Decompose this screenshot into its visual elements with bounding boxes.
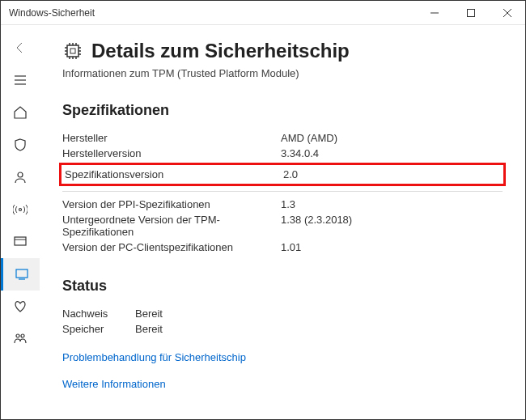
sidebar-home[interactable] [1,96,40,129]
sidebar-device-security[interactable] [1,258,40,291]
minimize-button[interactable] [416,1,452,25]
page-title: Details zum Sicherheitschip [91,40,350,62]
spec-row: Version der PC-Clientspezifikationen1.01 [62,240,503,255]
sidebar-firewall[interactable] [1,193,40,226]
svg-point-8 [19,209,22,211]
svg-point-7 [18,172,23,177]
window-controls [416,1,525,25]
spec-row-highlighted: Spezifikationsversion2.0 [59,163,506,186]
specs-group-1: HerstellerAMD (AMD) Herstellerversion3.3… [62,130,503,161]
close-button[interactable] [489,1,525,25]
svg-rect-1 [467,9,474,16]
back-button[interactable] [1,32,40,64]
sidebar [1,25,40,419]
status-heading: Status [62,278,503,295]
more-info-link[interactable]: Weitere Informationen [62,378,503,390]
separator [62,191,503,192]
spec-row: HerstellerAMD (AMD) [62,130,503,146]
sidebar-app[interactable] [1,226,40,258]
svg-point-14 [21,334,24,337]
status-row: SpeicherBereit [62,321,503,337]
sidebar-account[interactable] [1,161,40,193]
sidebar-family[interactable] [1,323,40,355]
sidebar-health[interactable] [1,291,40,323]
menu-button[interactable] [1,64,40,96]
svg-point-13 [16,334,19,337]
spec-row: Version der PPI-Spezifikationen1.3 [62,197,503,212]
specs-heading: Spezifikationen [62,102,503,119]
svg-rect-16 [70,49,75,53]
svg-rect-15 [67,45,78,57]
page-subtitle: Informationen zum TPM (Trusted Platform … [62,67,503,79]
sidebar-protection[interactable] [1,129,40,161]
troubleshoot-link[interactable]: Problembehandlung für Sicherheitschip [62,351,503,363]
svg-rect-11 [16,269,28,278]
content: Details zum Sicherheitschip Informatione… [40,25,525,419]
window-title: Windows-Sicherheit [9,7,95,19]
maximize-button[interactable] [452,1,489,25]
specs-group-2: Version der PPI-Spezifikationen1.3 Unter… [62,197,503,255]
status-row: NachweisBereit [62,306,503,321]
svg-rect-9 [15,237,26,245]
titlebar: Windows-Sicherheit [1,1,525,25]
spec-row: Herstellerversion3.34.0.4 [62,146,503,161]
chip-icon [62,40,83,62]
spec-row: Untergeordnete Version der TPM-Spezifika… [62,212,503,240]
